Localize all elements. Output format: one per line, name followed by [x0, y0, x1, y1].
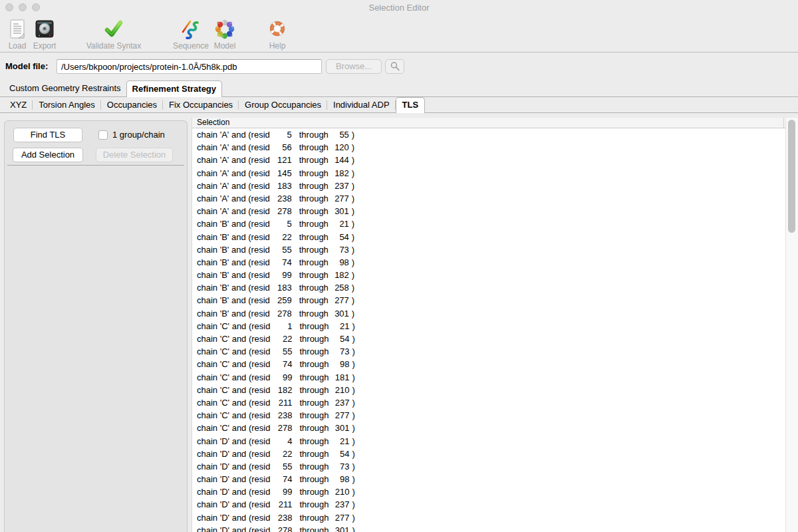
divider — [7, 165, 184, 166]
tab-occupancies[interactable]: Occupancies — [101, 97, 163, 112]
search-button[interactable] — [385, 59, 404, 74]
browse-button[interactable]: Browse... — [326, 59, 382, 74]
selection-row[interactable]: chain 'B' and (resid183through258) — [192, 281, 785, 294]
selection-row[interactable]: chain 'A' and (resid56through120) — [192, 141, 785, 154]
molecule-model-icon — [214, 18, 235, 41]
selection-row[interactable]: chain 'C' and (resid182through210) — [192, 384, 785, 396]
selection-row[interactable]: chain 'B' and (resid278through301) — [192, 307, 785, 320]
selection-row[interactable]: chain 'A' and (resid5through55) — [192, 128, 785, 141]
window-title: Selection Editor — [0, 3, 798, 13]
add-selection-button[interactable]: Add Selection — [13, 148, 83, 162]
tab-torsion-angles[interactable]: Torsion Angles — [33, 97, 101, 112]
model-file-row: Model file: Browse... — [0, 53, 798, 80]
help-button[interactable]: Help — [259, 17, 295, 51]
selection-row[interactable]: chain 'A' and (resid183through237) — [192, 180, 785, 192]
tab-refinement-strategy[interactable]: Refinement Strategy — [126, 80, 222, 97]
tls-panel: Find TLS 1 group/chain Add Selection Del… — [0, 114, 798, 532]
tab-fix-occupancies[interactable]: Fix Occupancies — [163, 97, 239, 112]
selection-list-body: chain 'A' and (resid5through55)chain 'A'… — [192, 128, 785, 532]
toolbar-item-label: Validate Syntax — [86, 41, 142, 51]
toolbar-item-label: Export — [33, 41, 57, 51]
selection-row[interactable]: chain 'D' and (resid238through277) — [192, 511, 785, 524]
tab-xyz[interactable]: XYZ — [4, 97, 33, 112]
tab-group-occupancies[interactable]: Group Occupancies — [239, 97, 327, 112]
selection-row[interactable]: chain 'B' and (resid74through98) — [192, 256, 785, 269]
model-file-input[interactable] — [57, 59, 322, 74]
tls-controls-box: Find TLS 1 group/chain Add Selection Del… — [4, 120, 188, 532]
column-divider — [783, 118, 784, 128]
magnifier-icon — [390, 61, 400, 72]
selection-column-header-label: Selection — [197, 118, 229, 127]
tab-individual-adp[interactable]: Individual ADP — [327, 97, 396, 112]
selection-row[interactable]: chain 'B' and (resid55through73) — [192, 243, 785, 256]
selection-row[interactable]: chain 'D' and (resid4through21) — [192, 435, 785, 448]
selection-column-header[interactable]: Selection — [192, 118, 785, 128]
selection-row[interactable]: chain 'C' and (resid55through73) — [192, 345, 785, 358]
sequence-button[interactable]: Sequence — [170, 17, 211, 51]
toolbar-item-label: Load — [9, 41, 27, 51]
selection-row[interactable]: chain 'C' and (resid22through54) — [192, 332, 785, 345]
selection-row[interactable]: chain 'A' and (resid121through144) — [192, 154, 785, 166]
green-check-icon — [104, 18, 124, 41]
tab-custom-geometry-restraints[interactable]: Custom Geometry Restraints — [4, 80, 126, 96]
toolbar-item-label: Help — [269, 41, 286, 51]
selection-row[interactable]: chain 'D' and (resid22through54) — [192, 448, 785, 460]
selection-row[interactable]: chain 'A' and (resid145through182) — [192, 167, 785, 180]
document-icon — [7, 18, 27, 41]
selection-row[interactable]: chain 'B' and (resid259through277) — [192, 294, 785, 307]
selection-row[interactable]: chain 'C' and (resid1through21) — [192, 320, 785, 332]
scrollbar-thumb[interactable] — [788, 120, 795, 233]
toolbar: Load Export — [0, 15, 798, 53]
selection-row[interactable]: chain 'C' and (resid238through277) — [192, 409, 785, 422]
one-group-per-chain-checkbox[interactable] — [98, 130, 108, 140]
toolbar-item-label: Sequence — [173, 41, 209, 51]
selection-row[interactable]: chain 'D' and (resid211through237) — [192, 498, 785, 511]
one-group-per-chain-label[interactable]: 1 group/chain — [112, 130, 165, 140]
selection-row[interactable]: chain 'D' and (resid278through301) — [192, 524, 785, 532]
selection-row[interactable]: chain 'C' and (resid99through181) — [192, 371, 785, 384]
selection-row[interactable]: chain 'B' and (resid99through182) — [192, 269, 785, 281]
validate-syntax-button[interactable]: Validate Syntax — [82, 17, 145, 51]
selection-row[interactable]: chain 'A' and (resid278through301) — [192, 205, 785, 217]
selection-row[interactable]: chain 'D' and (resid74through98) — [192, 473, 785, 485]
selection-row[interactable]: chain 'D' and (resid99through210) — [192, 485, 785, 498]
selection-row[interactable]: chain 'A' and (resid238through277) — [192, 192, 785, 205]
helix-sequence-icon — [180, 18, 201, 41]
export-button[interactable]: Export — [29, 17, 60, 51]
find-tls-button[interactable]: Find TLS — [13, 128, 82, 142]
selection-row[interactable]: chain 'B' and (resid22through54) — [192, 231, 785, 243]
lifebuoy-icon — [267, 18, 287, 41]
harddrive-icon — [35, 18, 55, 41]
selection-list: Selection chain 'A' and (resid5through55… — [192, 118, 785, 532]
selection-row[interactable]: chain 'D' and (resid55through73) — [192, 460, 785, 473]
selection-row[interactable]: chain 'C' and (resid211through237) — [192, 396, 785, 409]
vertical-scrollbar[interactable] — [785, 118, 798, 532]
tab-tls[interactable]: TLS — [396, 97, 426, 113]
selection-row[interactable]: chain 'B' and (resid5through21) — [192, 217, 785, 230]
title-bar: Selection Editor — [0, 0, 798, 15]
delete-selection-button: Delete Selection — [96, 148, 173, 162]
toolbar-item-label: Model — [214, 41, 236, 51]
model-button[interactable]: Model — [207, 17, 242, 51]
selection-row[interactable]: chain 'C' and (resid74through98) — [192, 358, 785, 370]
primary-tab-bar: Custom Geometry Restraints Refinement St… — [0, 80, 798, 97]
model-file-label: Model file: — [5, 61, 48, 71]
load-button[interactable]: Load — [3, 17, 32, 51]
selection-row[interactable]: chain 'C' and (resid278through301) — [192, 422, 785, 434]
secondary-tab-bar: XYZ Torsion Angles Occupancies Fix Occup… — [0, 97, 798, 113]
